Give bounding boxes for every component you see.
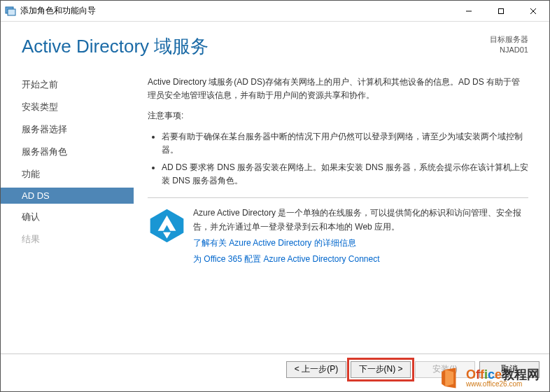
aad-connect-link[interactable]: 为 Office 365 配置 Azure Active Directory C… xyxy=(193,253,528,266)
sidebar: 开始之前 安装类型 服务器选择 服务器角色 功能 AD DS 确认 结果 xyxy=(1,71,134,270)
previous-button[interactable]: < 上一步(P) xyxy=(286,361,346,378)
svg-rect-1 xyxy=(8,9,15,15)
window-controls xyxy=(453,1,549,21)
aad-info-box: Azure Active Directory 是一个单独的在线服务，可以提供简化… xyxy=(148,197,528,266)
header: Active Directory 域服务 目标服务器 NJAD01 xyxy=(1,22,549,64)
destination-server: 目标服务器 NJAD01 xyxy=(490,34,528,56)
destination-label: 目标服务器 xyxy=(490,34,528,45)
titlebar: 添加角色和功能向导 xyxy=(1,1,549,22)
maximize-button[interactable] xyxy=(485,1,517,21)
sidebar-item-label: 结果 xyxy=(22,234,40,244)
install-button: 安装(I) xyxy=(415,361,475,378)
sidebar-item-label: 确认 xyxy=(22,211,40,222)
aad-description: Azure Active Directory 是一个单独的在线服务，可以提供简化… xyxy=(193,206,528,233)
sidebar-item-label: 功能 xyxy=(22,169,40,179)
sidebar-item-label: 开始之前 xyxy=(22,79,58,90)
intro-text: Active Directory 域服务(AD DS)存储有关网络上的用户、计算… xyxy=(148,76,528,102)
notes-label: 注意事项: xyxy=(148,109,528,122)
sidebar-item-server-select[interactable]: 服务器选择 xyxy=(1,120,134,139)
svg-rect-3 xyxy=(499,8,504,13)
close-button[interactable] xyxy=(517,1,549,21)
sidebar-item-adds[interactable]: AD DS xyxy=(1,188,134,204)
aad-learn-more-link[interactable]: 了解有关 Azure Active Directory 的详细信息 xyxy=(193,237,528,250)
note-item: 若要有助于确保在某台服务器中断的情况下用户仍然可以登录到网络，请至少为域安装两个… xyxy=(162,130,528,157)
page-title: Active Directory 域服务 xyxy=(22,34,490,59)
note-item: AD DS 要求将 DNS 服务器安装在网络上。如果未安装 DNS 服务器，系统… xyxy=(162,161,528,188)
app-icon xyxy=(5,6,16,17)
sidebar-item-install-type[interactable]: 安装类型 xyxy=(1,98,134,116)
sidebar-item-label: 服务器角色 xyxy=(22,146,67,157)
cancel-button[interactable]: 取消 xyxy=(479,361,540,378)
destination-value: NJAD01 xyxy=(490,45,528,55)
next-button[interactable]: 下一步(N) > xyxy=(351,361,411,378)
sidebar-item-label: AD DS xyxy=(22,190,50,201)
sidebar-item-confirm[interactable]: 确认 xyxy=(1,208,134,226)
notes-list: 若要有助于确保在某台服务器中断的情况下用户仍然可以登录到网络，请至少为域安装两个… xyxy=(148,130,528,188)
sidebar-item-label: 服务器选择 xyxy=(22,124,67,134)
aad-info-text: Azure Active Directory 是一个单独的在线服务，可以提供简化… xyxy=(193,206,528,266)
button-bar: < 上一步(P) 下一步(N) > 安装(I) 取消 xyxy=(1,354,549,384)
window-title: 添加角色和功能向导 xyxy=(20,5,453,17)
main-content: Active Directory 域服务(AD DS)存储有关网络上的用户、计算… xyxy=(134,71,542,270)
sidebar-item-label: 安装类型 xyxy=(22,102,58,112)
minimize-button[interactable] xyxy=(453,1,485,21)
sidebar-item-server-roles[interactable]: 服务器角色 xyxy=(1,143,134,161)
sidebar-item-features[interactable]: 功能 xyxy=(1,165,134,183)
azure-ad-icon xyxy=(148,206,186,266)
sidebar-item-before-begin[interactable]: 开始之前 xyxy=(1,76,134,94)
sidebar-item-results: 结果 xyxy=(1,230,134,248)
